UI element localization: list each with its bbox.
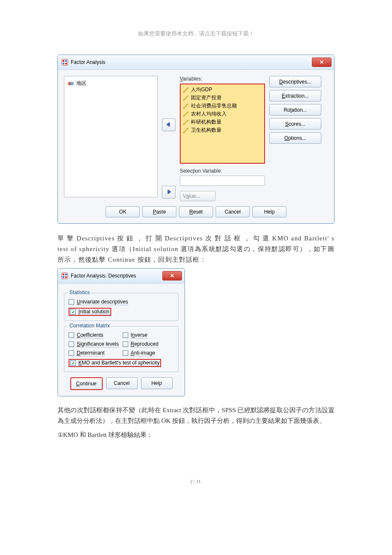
factor-analysis-dialog: Factor Analysis ✕ a 地区 <box>58 55 334 224</box>
checkbox-label: Significance levels <box>77 341 119 347</box>
doc-header-hint: 如果您需要使用本文档，请点击下载按钮下载！ <box>58 30 334 38</box>
significance-checkbox-row[interactable]: Significance levels <box>69 340 120 349</box>
paragraph-1: 單 擊 Descriptives 按 鈕 ， 打 開 Descriptives … <box>58 233 334 265</box>
help-button[interactable]: Help <box>141 377 173 389</box>
close-button[interactable]: ✕ <box>162 271 182 280</box>
close-icon: ✕ <box>170 273 174 279</box>
list-item[interactable]: a 地区 <box>67 79 155 88</box>
univariate-checkbox-row[interactable]: Univariate descriptives <box>69 298 174 306</box>
group-title: Statistics <box>68 289 92 295</box>
extraction-button[interactable]: Extraction... <box>269 90 321 101</box>
checkbox-label: Reproduced <box>131 341 159 347</box>
list-item[interactable]: 人均GDP <box>182 86 263 94</box>
arrow-right-icon <box>165 189 172 196</box>
descriptives-button[interactable]: Descriptives... <box>269 76 321 87</box>
reset-button[interactable]: Reset <box>179 206 213 217</box>
list-item-label: 社会消费品零售总额 <box>191 102 237 110</box>
selection-variable-input[interactable] <box>180 176 265 186</box>
checkbox-icon <box>69 299 74 305</box>
cancel-button[interactable]: Cancel <box>106 377 138 389</box>
checkbox-icon <box>69 350 74 356</box>
svg-rect-24 <box>65 276 67 278</box>
scores-button[interactable]: Scores... <box>269 118 321 130</box>
paragraph-3: ①KMO 和 Bartlett 球形檢驗結果： <box>58 430 334 440</box>
close-icon: ✕ <box>320 59 324 65</box>
statistics-groupbox: Statistics Univariate descriptives ✓ Ini… <box>64 293 179 321</box>
descriptives-dialog: Factor Analysis: Descriptives ✕ Statisti… <box>58 268 185 396</box>
continue-button[interactable]: Continue <box>70 377 103 390</box>
rotation-button[interactable]: Rotation... <box>269 104 321 116</box>
checkbox-label: Initial solution <box>78 309 110 315</box>
variables-label: Variables: <box>180 76 265 82</box>
correlation-matrix-groupbox: Correlation Matrix Coefficients Inverse … <box>64 326 179 372</box>
coefficients-checkbox-row[interactable]: Coefficients <box>69 331 120 340</box>
svg-rect-13 <box>187 104 188 105</box>
variables-listbox[interactable]: 人均GDP 固定资产投资 社会消费品零售总额 农村人均纯收入 科研机构数量 卫生… <box>180 84 265 164</box>
checkbox-label: KMO and Bartlett's test of sphericity <box>78 360 159 366</box>
checkbox-label: Inverse <box>131 332 147 338</box>
dialog-title: Factor Analysis <box>71 59 105 65</box>
close-button[interactable]: ✕ <box>312 58 331 67</box>
ok-button[interactable]: OK <box>106 206 140 217</box>
svg-rect-4 <box>65 63 67 64</box>
selection-variable-label: Selection Variable: <box>180 168 265 174</box>
list-item-label: 农村人均纯收入 <box>191 110 227 118</box>
scale-var-icon <box>183 87 189 93</box>
svg-rect-17 <box>187 120 188 121</box>
checkbox-icon <box>69 341 74 347</box>
list-item[interactable]: 科研机构数量 <box>182 118 263 126</box>
arrow-left-icon <box>165 122 172 128</box>
dialog-titlebar: Factor Analysis: Descriptives ✕ <box>58 269 184 283</box>
reproduced-checkbox-row[interactable]: Reproduced <box>123 340 174 349</box>
inverse-checkbox-row[interactable]: Inverse <box>123 331 174 340</box>
move-to-selection-button[interactable] <box>162 186 176 199</box>
options-button[interactable]: Options... <box>269 132 321 144</box>
scale-var-icon <box>183 127 189 133</box>
svg-rect-1 <box>63 60 64 62</box>
initial-solution-checkbox-row[interactable]: ✓ Initial solution <box>69 308 111 316</box>
paste-button[interactable]: Paste <box>142 206 176 217</box>
svg-rect-3 <box>63 63 64 64</box>
scale-var-icon <box>183 119 189 125</box>
scale-var-icon <box>183 111 189 117</box>
checkbox-icon <box>123 350 128 356</box>
list-item[interactable]: 社会消费品零售总额 <box>182 102 263 110</box>
checkbox-checked-icon: ✓ <box>70 309 76 315</box>
scale-var-icon <box>183 95 189 101</box>
help-button[interactable]: Help <box>252 206 286 217</box>
value-button: Value... <box>180 191 216 201</box>
svg-rect-12 <box>183 107 184 109</box>
list-item-label: 科研机构数量 <box>191 119 222 126</box>
move-to-variables-button[interactable] <box>162 119 176 131</box>
svg-rect-11 <box>187 95 188 97</box>
checkbox-icon <box>123 332 128 338</box>
svg-rect-18 <box>183 132 184 133</box>
svg-rect-22 <box>65 274 67 275</box>
group-title: Correlation Matrix <box>68 323 112 329</box>
source-variables-listbox[interactable]: a 地区 <box>64 76 158 197</box>
anti-image-checkbox-row[interactable]: Anti-image <box>123 349 174 358</box>
svg-point-6 <box>71 82 74 85</box>
determinant-checkbox-row[interactable]: Determinant <box>69 349 120 358</box>
cancel-button[interactable]: Cancel <box>216 206 250 217</box>
kmo-bartlett-checkbox-row[interactable]: ✓ KMO and Bartlett's test of sphericity <box>69 359 161 367</box>
app-icon <box>61 272 68 279</box>
svg-rect-16 <box>183 124 184 125</box>
svg-rect-21 <box>63 274 64 275</box>
list-item-label: 地区 <box>76 80 86 87</box>
svg-rect-10 <box>183 99 184 101</box>
page-number: 2 / 11. <box>58 479 334 484</box>
checkbox-label: Univariate descriptives <box>77 299 128 305</box>
checkbox-checked-icon: ✓ <box>70 360 76 366</box>
svg-rect-19 <box>187 128 188 129</box>
svg-rect-2 <box>65 60 67 62</box>
checkbox-icon <box>69 332 74 338</box>
list-item[interactable]: 卫生机构数量 <box>182 126 263 134</box>
svg-rect-23 <box>63 276 64 278</box>
svg-rect-9 <box>187 87 188 89</box>
dialog-title: Factor Analysis: Descriptives <box>71 273 136 279</box>
list-item-label: 卫生机构数量 <box>191 127 222 134</box>
list-item[interactable]: 农村人均纯收入 <box>182 110 263 118</box>
checkbox-label: Anti-image <box>131 350 155 356</box>
list-item[interactable]: 固定资产投资 <box>182 94 263 102</box>
